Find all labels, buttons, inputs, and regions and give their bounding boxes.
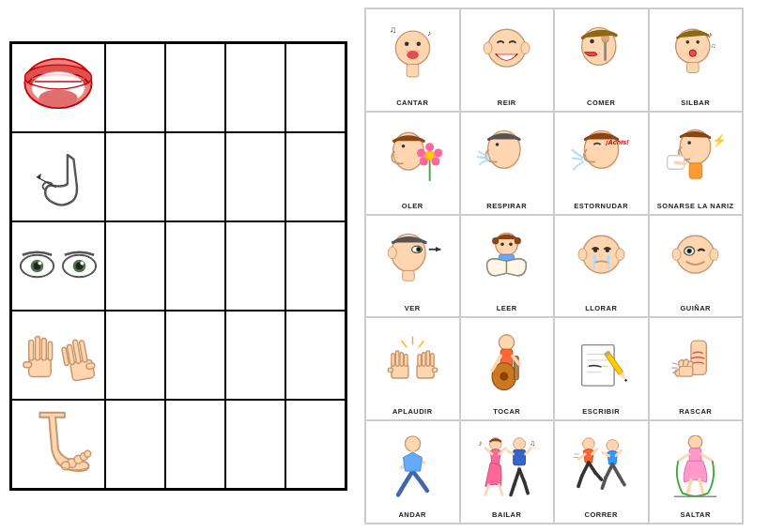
svg-line-160 <box>508 450 514 454</box>
saltar-label: SALTAR <box>681 510 711 519</box>
svg-point-100 <box>677 236 715 273</box>
svg-rect-111 <box>388 368 392 372</box>
silbar-icon: ♪ ♫ <box>652 13 741 97</box>
action-comer: COMER <box>554 8 649 112</box>
svg-rect-109 <box>400 353 404 367</box>
escribir-label: ESCRIBIR <box>582 407 620 416</box>
empty-r3c2 <box>105 221 165 311</box>
action-aplaudir: APLAUDIR <box>365 317 460 420</box>
svg-rect-81 <box>402 270 414 281</box>
svg-point-50 <box>689 50 696 56</box>
svg-point-85 <box>492 237 499 244</box>
svg-line-188 <box>679 454 690 461</box>
reir-label: REIR <box>498 99 516 107</box>
svg-point-168 <box>582 437 594 449</box>
svg-rect-117 <box>432 368 437 372</box>
svg-line-171 <box>581 463 588 477</box>
bailar-icon: ♪ ♫ <box>463 425 552 509</box>
empty-r4c3 <box>165 311 225 400</box>
svg-point-184 <box>688 435 702 449</box>
svg-rect-38 <box>407 65 419 78</box>
svg-line-173 <box>589 463 595 473</box>
bailar-label: BAILAR <box>492 510 521 519</box>
svg-rect-22 <box>86 362 96 369</box>
svg-point-175 <box>607 439 619 451</box>
action-saltar: SALTAR <box>649 420 744 524</box>
svg-text:♫: ♫ <box>390 24 396 35</box>
foot-icon-cell <box>11 400 105 489</box>
action-tocar: TOCAR <box>460 317 555 420</box>
oler-icon <box>368 116 457 200</box>
eyes-icon-cell <box>11 221 105 311</box>
svg-rect-15 <box>29 357 51 376</box>
svg-point-121 <box>500 335 515 350</box>
svg-rect-17 <box>29 340 34 360</box>
action-estornudar: ¡Achís! ESTORNUDAR <box>554 112 649 215</box>
svg-line-148 <box>404 471 412 485</box>
svg-point-35 <box>416 42 421 47</box>
action-respirar: RESPIRAR <box>460 112 555 215</box>
empty-r1c5 <box>285 43 346 132</box>
correr-label: CORRER <box>584 510 618 519</box>
svg-point-48 <box>686 40 690 44</box>
svg-rect-16 <box>23 361 32 367</box>
action-andar: ANDAR <box>365 420 460 524</box>
empty-r4c2 <box>105 311 165 400</box>
empty-r2c2 <box>105 132 165 221</box>
eyes-icon <box>17 236 100 296</box>
svg-rect-20 <box>48 342 52 360</box>
svg-line-174 <box>595 472 601 479</box>
action-llorar: LLORAR <box>554 215 649 318</box>
oler-label: OLER <box>402 202 423 210</box>
empty-r4c4 <box>225 311 285 400</box>
svg-rect-53 <box>687 63 700 73</box>
estornudar-icon: ¡Achís! <box>557 116 646 200</box>
svg-rect-72 <box>689 163 702 178</box>
svg-point-103 <box>688 250 692 253</box>
llorar-label: LLORAR <box>585 304 617 312</box>
empty-r3c5 <box>285 221 346 311</box>
empty-r5c4 <box>225 400 285 489</box>
svg-point-99 <box>616 249 624 261</box>
empty-r1c4 <box>225 43 285 132</box>
andar-icon <box>368 425 457 509</box>
action-silbar: ♪ ♫ SILBAR <box>649 8 744 112</box>
svg-text:♪: ♪ <box>479 438 483 447</box>
svg-line-151 <box>421 481 426 490</box>
aplaudir-icon <box>368 322 457 405</box>
svg-point-34 <box>405 42 409 47</box>
action-reir: REIR <box>460 8 555 112</box>
svg-rect-140 <box>680 366 694 376</box>
guinar-label: GUIÑAR <box>680 304 711 312</box>
ver-icon <box>368 220 457 303</box>
mouth-icon <box>16 53 100 123</box>
svg-text:♫: ♫ <box>530 438 535 447</box>
action-rascar: RASCAR <box>649 317 744 420</box>
svg-point-49 <box>697 40 700 44</box>
svg-line-120 <box>419 341 423 347</box>
svg-point-157 <box>514 437 526 449</box>
svg-point-55 <box>401 144 405 148</box>
svg-point-32 <box>395 31 429 65</box>
right-panel: ♪ ♫ CANTAR <box>357 0 751 532</box>
sonarse-label: SONARSE LA NARIZ <box>657 202 734 210</box>
svg-point-40 <box>484 42 492 54</box>
left-body-grid <box>9 41 347 491</box>
empty-r2c5 <box>285 132 346 221</box>
action-correr: CORRER <box>554 420 649 524</box>
nose-icon-cell <box>11 132 105 221</box>
svg-line-156 <box>500 484 503 494</box>
svg-line-180 <box>612 464 619 476</box>
empty-r4c5 <box>285 311 346 400</box>
svg-point-96 <box>592 255 596 262</box>
svg-line-149 <box>398 484 404 494</box>
svg-line-164 <box>511 484 515 494</box>
empty-r3c4 <box>225 221 285 311</box>
svg-point-93 <box>582 236 620 273</box>
tocar-label: TOCAR <box>493 407 520 416</box>
svg-point-69 <box>688 142 692 145</box>
sonarse-icon: ⚡ <box>652 116 741 200</box>
svg-point-14 <box>80 262 84 266</box>
mouth-icon-cell <box>11 43 105 132</box>
empty-r5c3 <box>165 400 225 489</box>
